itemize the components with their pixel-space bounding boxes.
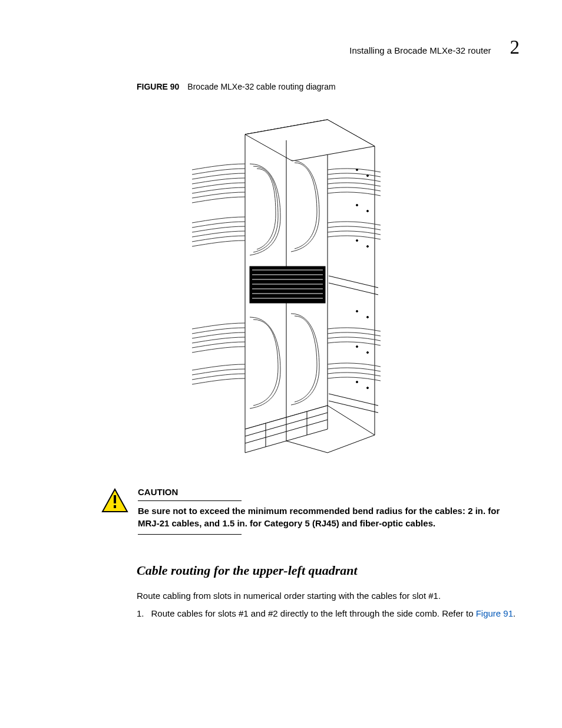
chapter-number: 2: [510, 37, 520, 58]
svg-rect-35: [114, 505, 116, 508]
step-text-segment: Route cables for slots #1 and #2 directl…: [151, 608, 476, 618]
section-heading: Cable routing for the upper-left quadran…: [137, 563, 358, 578]
figure-caption: FIGURE 90Brocade MLXe-32 cable routing d…: [137, 82, 336, 91]
svg-point-24: [367, 210, 369, 212]
svg-point-28: [367, 317, 369, 318]
caution-body: CAUTION Be sure not to exceed the minimu…: [138, 487, 520, 535]
svg-rect-34: [114, 495, 116, 503]
section-intro-paragraph: Route cabling from slots in numerical or…: [137, 589, 520, 602]
caution-rule-top: [138, 500, 242, 501]
svg-point-25: [356, 240, 358, 242]
svg-point-32: [367, 387, 369, 389]
figure-label-text: Brocade MLXe-32 cable routing diagram: [187, 82, 335, 91]
cross-reference-link[interactable]: Figure 91: [476, 608, 513, 618]
svg-point-30: [367, 352, 369, 354]
running-header-title: Installing a Brocade MLXe-32 router: [349, 45, 491, 55]
caution-rule-bottom: [138, 534, 242, 535]
svg-point-21: [356, 169, 358, 171]
svg-point-23: [356, 205, 358, 206]
step-number: 1.: [137, 607, 144, 620]
svg-point-27: [356, 311, 358, 312]
step-text: Route cables for slots #1 and #2 directl…: [151, 607, 520, 620]
svg-point-29: [356, 346, 358, 348]
svg-point-26: [367, 246, 369, 248]
figure-diagram: [180, 99, 392, 468]
caution-text: Be sure not to exceed the minimum recomm…: [138, 505, 520, 529]
svg-point-31: [356, 381, 358, 383]
step-text-tail: .: [513, 608, 515, 618]
numbered-step: 1. Route cables for slots #1 and #2 dire…: [137, 607, 520, 620]
svg-rect-3: [250, 266, 325, 303]
figure-label-number: FIGURE 90: [137, 82, 179, 91]
svg-point-22: [367, 175, 369, 177]
caution-icon: [101, 488, 128, 513]
caution-title: CAUTION: [138, 487, 520, 499]
